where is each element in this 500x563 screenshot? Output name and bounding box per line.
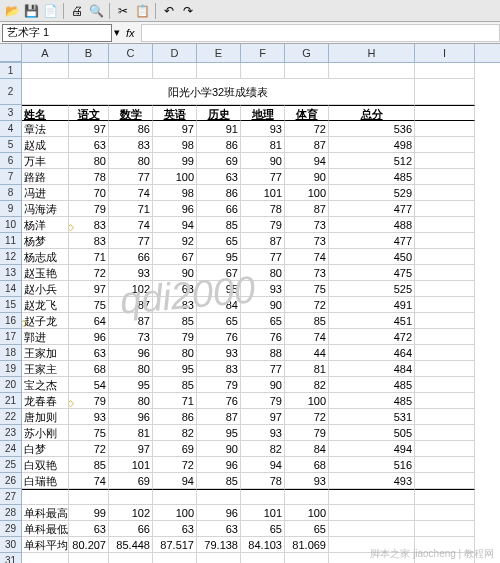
save-icon[interactable]: 💾 bbox=[23, 3, 39, 19]
cell[interactable]: 69 bbox=[153, 441, 197, 457]
cell[interactable] bbox=[415, 457, 475, 473]
name-box[interactable] bbox=[2, 24, 112, 42]
cell[interactable]: 冯进 bbox=[22, 185, 69, 201]
cell[interactable]: 70 bbox=[69, 185, 109, 201]
cell[interactable]: 96 bbox=[197, 505, 241, 521]
cell[interactable] bbox=[197, 553, 241, 563]
cell[interactable]: 96 bbox=[153, 201, 197, 217]
cell[interactable]: 99 bbox=[69, 505, 109, 521]
cell[interactable]: 494 bbox=[329, 441, 415, 457]
preview-icon[interactable]: 🔍 bbox=[88, 3, 104, 19]
cell[interactable]: 宝之杰 bbox=[22, 377, 69, 393]
cell[interactable]: 71 bbox=[109, 201, 153, 217]
cell[interactable]: 96 bbox=[69, 329, 109, 345]
row-header[interactable]: 10 bbox=[0, 217, 22, 233]
cell[interactable]: 79 bbox=[241, 393, 285, 409]
cell[interactable]: 54 bbox=[69, 377, 109, 393]
cell[interactable]: 75 bbox=[69, 425, 109, 441]
row-header[interactable]: 19 bbox=[0, 361, 22, 377]
cell[interactable]: 79 bbox=[69, 201, 109, 217]
cell[interactable] bbox=[285, 63, 329, 79]
cell[interactable] bbox=[69, 553, 109, 563]
cell[interactable]: 97 bbox=[153, 121, 197, 137]
cell[interactable]: 100 bbox=[285, 505, 329, 521]
copy-icon[interactable]: 📋 bbox=[134, 3, 150, 19]
cell[interactable]: 464 bbox=[329, 345, 415, 361]
cell[interactable]: 81 bbox=[241, 137, 285, 153]
cell[interactable]: 69 bbox=[197, 153, 241, 169]
cell[interactable]: 90 bbox=[285, 169, 329, 185]
cell[interactable]: 77 bbox=[241, 249, 285, 265]
cell[interactable]: 王家加 bbox=[22, 345, 69, 361]
cell[interactable]: 93 bbox=[241, 121, 285, 137]
cell[interactable]: 赵玉艳 bbox=[22, 265, 69, 281]
cut-icon[interactable]: ✂ bbox=[115, 3, 131, 19]
row-header[interactable]: 22 bbox=[0, 409, 22, 425]
cell[interactable]: 63 bbox=[153, 281, 197, 297]
row-header[interactable]: 30 bbox=[0, 537, 22, 553]
cell[interactable]: 92 bbox=[153, 233, 197, 249]
cell[interactable]: 98 bbox=[153, 137, 197, 153]
cell[interactable]: 67 bbox=[197, 265, 241, 281]
cell[interactable] bbox=[415, 393, 475, 409]
cell[interactable]: 93 bbox=[241, 281, 285, 297]
cell[interactable] bbox=[415, 297, 475, 313]
col-header-E[interactable]: E bbox=[197, 44, 241, 62]
cell[interactable]: 77 bbox=[241, 169, 285, 185]
cell[interactable]: 65 bbox=[285, 521, 329, 537]
cell[interactable]: 68 bbox=[285, 457, 329, 473]
cell[interactable]: 65 bbox=[241, 313, 285, 329]
cell[interactable]: 72 bbox=[153, 457, 197, 473]
cell[interactable]: 97 bbox=[69, 121, 109, 137]
row-header[interactable]: 31 bbox=[0, 553, 22, 563]
cell[interactable]: 63 bbox=[197, 169, 241, 185]
cell[interactable]: 72 bbox=[69, 441, 109, 457]
cell[interactable]: 79 bbox=[153, 329, 197, 345]
row-header[interactable]: 27 bbox=[0, 489, 22, 505]
cell[interactable]: 单科平均分 bbox=[22, 537, 69, 553]
row-header[interactable]: 5 bbox=[0, 137, 22, 153]
cell[interactable] bbox=[153, 489, 197, 505]
cell[interactable] bbox=[415, 185, 475, 201]
cell[interactable]: 100 bbox=[153, 169, 197, 185]
cell[interactable]: 101 bbox=[109, 457, 153, 473]
cell[interactable] bbox=[415, 105, 475, 121]
cell[interactable]: 66 bbox=[197, 201, 241, 217]
cell[interactable]: 90 bbox=[153, 265, 197, 281]
cell[interactable]: 80 bbox=[153, 345, 197, 361]
row-header[interactable]: 26 bbox=[0, 473, 22, 489]
cell[interactable]: 73 bbox=[285, 217, 329, 233]
cell[interactable]: 杨梦 bbox=[22, 233, 69, 249]
cell[interactable] bbox=[69, 489, 109, 505]
cell[interactable]: 505 bbox=[329, 425, 415, 441]
cell[interactable]: 冯海涛 bbox=[22, 201, 69, 217]
cell[interactable]: 赵龙飞 bbox=[22, 297, 69, 313]
cell[interactable]: 102 bbox=[109, 505, 153, 521]
cell[interactable]: 90 bbox=[197, 441, 241, 457]
fx-label[interactable]: fx bbox=[120, 27, 141, 39]
cell[interactable] bbox=[109, 489, 153, 505]
cell[interactable]: 86 bbox=[197, 185, 241, 201]
cell[interactable]: 94 bbox=[153, 473, 197, 489]
cell[interactable]: 64 bbox=[69, 313, 109, 329]
cell[interactable] bbox=[22, 489, 69, 505]
cell[interactable] bbox=[415, 281, 475, 297]
cell[interactable]: 93 bbox=[69, 409, 109, 425]
col-header-H[interactable]: H bbox=[329, 44, 415, 62]
cell[interactable]: 赵子龙 bbox=[22, 313, 69, 329]
cell[interactable]: 81.069 bbox=[285, 537, 329, 553]
cell[interactable]: 74 bbox=[285, 249, 329, 265]
cell[interactable]: 87.517 bbox=[153, 537, 197, 553]
cell[interactable] bbox=[415, 345, 475, 361]
cell[interactable] bbox=[241, 553, 285, 563]
title-cell[interactable]: 阳光小学32班成绩表 bbox=[22, 79, 415, 105]
cell[interactable]: 485 bbox=[329, 393, 415, 409]
cell[interactable] bbox=[415, 121, 475, 137]
cell[interactable]: 76 bbox=[241, 329, 285, 345]
cell[interactable] bbox=[415, 521, 475, 537]
cell[interactable]: 75 bbox=[69, 297, 109, 313]
cell[interactable] bbox=[153, 63, 197, 79]
cell[interactable]: 536 bbox=[329, 121, 415, 137]
col-header-I[interactable]: I bbox=[415, 44, 475, 62]
cell[interactable]: 96 bbox=[197, 457, 241, 473]
